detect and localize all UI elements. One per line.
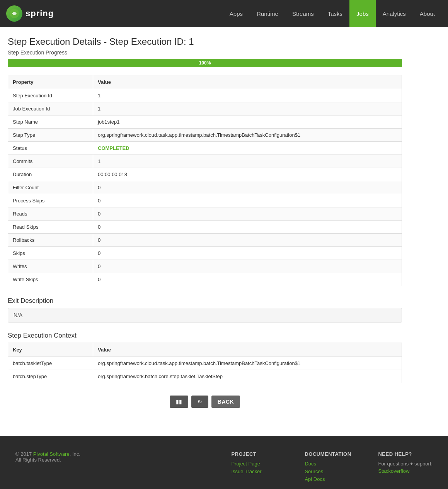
progress-container: 100%: [8, 59, 402, 67]
detail-property: Step Type: [8, 129, 93, 142]
detail-value: org.springframework.cloud.task.app.times…: [93, 129, 402, 142]
pivotal-link[interactable]: Pivotal Software: [33, 451, 70, 457]
detail-value: 1: [93, 89, 402, 102]
sources-link[interactable]: Sources: [305, 469, 355, 474]
refresh-button[interactable]: ↻: [191, 396, 208, 408]
details-row: Skips0: [8, 247, 402, 260]
chart-button[interactable]: ▮▮: [170, 396, 188, 408]
brand[interactable]: spring: [6, 5, 54, 22]
detail-value: 0: [93, 207, 402, 221]
detail-property: Read Skips: [8, 221, 93, 234]
context-key: batch.stepType: [8, 370, 93, 383]
detail-value: 1: [93, 155, 402, 168]
exit-description-heading: Exit Description: [8, 297, 402, 305]
issue-tracker-link[interactable]: Issue Tracker: [231, 469, 281, 474]
details-col-property: Property: [8, 75, 93, 89]
details-row: Filter Count0: [8, 181, 402, 194]
nav-links: Apps Runtime Streams Tasks Jobs Analytic…: [223, 0, 442, 27]
navbar: spring Apps Runtime Streams Tasks Jobs A…: [0, 0, 448, 27]
detail-property: Step Execution Id: [8, 89, 93, 102]
action-buttons: ▮▮ ↻ BACK: [8, 396, 402, 408]
details-row: Job Execution Id1: [8, 102, 402, 115]
detail-property: Write Skips: [8, 273, 93, 286]
nav-jobs[interactable]: Jobs: [349, 0, 376, 27]
detail-property: Skips: [8, 247, 93, 260]
api-docs-link[interactable]: Api Docs: [305, 476, 355, 482]
refresh-icon: ↻: [198, 399, 202, 405]
detail-value: 1: [93, 102, 402, 115]
context-col-key: Key: [8, 343, 93, 357]
detail-property: Status: [8, 142, 93, 155]
detail-value: COMPLETED: [93, 142, 402, 155]
detail-property: Duration: [8, 168, 93, 181]
detail-value: 0: [93, 234, 402, 247]
help-heading: NEED HELP?: [378, 451, 433, 457]
detail-property: Filter Count: [8, 181, 93, 194]
exit-description-box: N/A: [8, 308, 402, 323]
nav-tasks[interactable]: Tasks: [321, 0, 349, 27]
brand-name: spring: [26, 8, 54, 19]
context-heading: Step Execution Context: [8, 332, 402, 340]
progress-label: 100%: [8, 60, 402, 66]
detail-value: 00:00:00.018: [93, 168, 402, 181]
details-row: Process Skips0: [8, 194, 402, 207]
nav-runtime[interactable]: Runtime: [250, 0, 285, 27]
docs-link[interactable]: Docs: [305, 461, 355, 467]
details-row: Writes0: [8, 260, 402, 273]
context-table: Key Value batch.taskletTypeorg.springfra…: [8, 343, 402, 383]
details-row: Commits1: [8, 155, 402, 168]
chart-icon: ▮▮: [176, 399, 182, 405]
detail-property: Commits: [8, 155, 93, 168]
page-subtitle: Step Execution Progress: [8, 49, 402, 56]
footer: © 2017 Pivotal Software, Inc.All Rights …: [0, 436, 448, 489]
details-row: Step Typeorg.springframework.cloud.task.…: [8, 129, 402, 142]
detail-value: 0: [93, 221, 402, 234]
detail-value: 0: [93, 194, 402, 207]
back-button[interactable]: BACK: [211, 396, 240, 408]
footer-project: PROJECT Project Page Issue Tracker: [231, 451, 281, 484]
details-row: Rollbacks0: [8, 234, 402, 247]
copyright-text: © 2017: [15, 451, 33, 457]
detail-value: 0: [93, 247, 402, 260]
detail-value: 0: [93, 273, 402, 286]
details-row: StatusCOMPLETED: [8, 142, 402, 155]
detail-value: 0: [93, 181, 402, 194]
details-row: Step Execution Id1: [8, 89, 402, 102]
details-row: Write Skips0: [8, 273, 402, 286]
detail-property: Job Execution Id: [8, 102, 93, 115]
detail-property: Step Name: [8, 115, 93, 129]
nav-analytics[interactable]: Analytics: [376, 0, 413, 27]
context-value: org.springframework.cloud.task.app.times…: [93, 357, 402, 370]
page-title: Step Execution Details - Step Execution …: [8, 36, 402, 47]
detail-property: Process Skips: [8, 194, 93, 207]
footer-copyright: © 2017 Pivotal Software, Inc.All Rights …: [15, 451, 208, 484]
nav-apps[interactable]: Apps: [223, 0, 250, 27]
footer-help: NEED HELP? For questions + support: Stac…: [378, 451, 433, 484]
context-col-value: Value: [93, 343, 402, 357]
footer-documentation: DOCUMENTATION Docs Sources Api Docs: [305, 451, 355, 484]
main-content: Step Execution Details - Step Execution …: [0, 27, 410, 436]
nav-streams[interactable]: Streams: [285, 0, 321, 27]
details-row: Step Namejob1step1: [8, 115, 402, 129]
details-row: Duration00:00:00.018: [8, 168, 402, 181]
detail-property: Reads: [8, 207, 93, 221]
help-text: For questions + support:: [378, 461, 433, 467]
details-col-value: Value: [93, 75, 402, 89]
context-row: batch.taskletTypeorg.springframework.clo…: [8, 357, 402, 370]
documentation-heading: DOCUMENTATION: [305, 451, 355, 457]
context-key: batch.taskletType: [8, 357, 93, 370]
context-row: batch.stepTypeorg.springframework.batch.…: [8, 370, 402, 383]
logo-icon: [6, 5, 22, 22]
stackoverflow-link[interactable]: Stackoverflow: [378, 468, 433, 474]
context-value: org.springframework.batch.core.step.task…: [93, 370, 402, 383]
detail-value: job1step1: [93, 115, 402, 129]
detail-property: Writes: [8, 260, 93, 273]
details-table: Property Value Step Execution Id1Job Exe…: [8, 75, 402, 286]
detail-property: Rollbacks: [8, 234, 93, 247]
details-row: Reads0: [8, 207, 402, 221]
details-row: Read Skips0: [8, 221, 402, 234]
project-heading: PROJECT: [231, 451, 281, 457]
nav-about[interactable]: About: [413, 0, 442, 27]
project-page-link[interactable]: Project Page: [231, 461, 281, 467]
detail-value: 0: [93, 260, 402, 273]
